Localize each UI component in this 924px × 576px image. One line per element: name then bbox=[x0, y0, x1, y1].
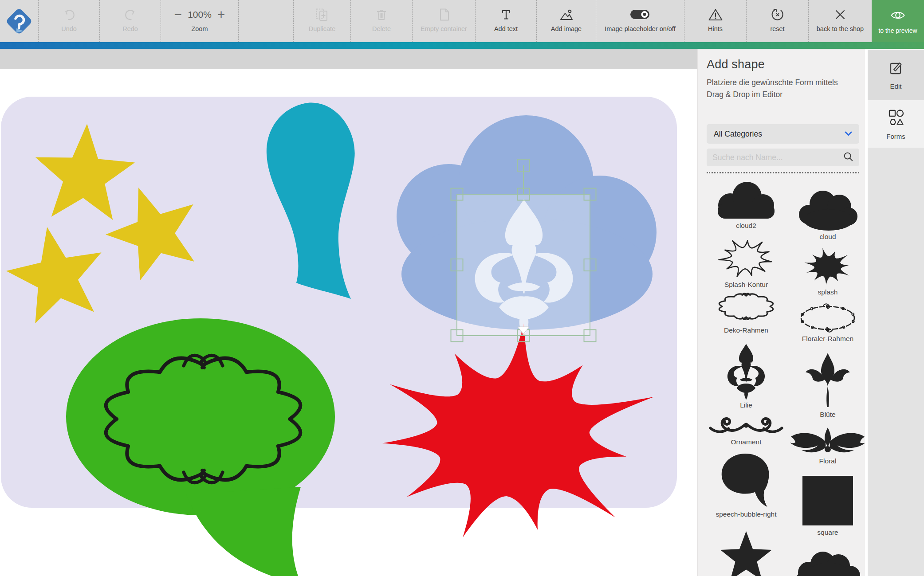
floral-shape-icon bbox=[788, 427, 865, 456]
panel-title: Add shape bbox=[707, 58, 859, 71]
shape-item-lilie[interactable]: Lilie bbox=[707, 342, 786, 411]
splash-shape-icon bbox=[801, 251, 855, 287]
shape-item-label: Deko-Rahmen bbox=[724, 326, 768, 336]
category-dropdown-value: All Categories bbox=[714, 129, 845, 139]
toolbar-item-label: Image placeholder on/off bbox=[605, 25, 675, 32]
shape-item-label: splash bbox=[818, 288, 838, 298]
search-placeholder: Suche nach Name... bbox=[712, 153, 843, 162]
toolbar-item-label: Add text bbox=[494, 25, 518, 32]
toolbar-item-label: Zoom bbox=[191, 25, 208, 32]
toolbar-item-label: reset bbox=[770, 25, 784, 32]
tab-forms[interactable]: Forms bbox=[868, 100, 924, 148]
shape-search-input[interactable]: Suche nach Name... bbox=[707, 149, 859, 166]
shape-item-floraler-rahmen[interactable]: Floraler-Rahmen bbox=[788, 305, 865, 345]
canvas-top-margin bbox=[0, 49, 697, 69]
shape-item-cloud[interactable]: cloud bbox=[788, 178, 865, 243]
toolbar-item-hints[interactable]: Hints bbox=[684, 0, 746, 42]
floraler-rahmen-shape-icon bbox=[794, 305, 861, 333]
shape-item-label: square bbox=[817, 529, 838, 538]
chevron-down-icon bbox=[845, 130, 852, 138]
panel-divider bbox=[707, 172, 859, 173]
bluete-shape-icon bbox=[804, 351, 851, 409]
shape-item-star[interactable]: star bbox=[707, 530, 786, 576]
toolbar-item-zoom[interactable]: −100%+Zoom bbox=[161, 0, 238, 42]
star-shape-icon bbox=[719, 530, 774, 576]
toolbar-item-reset[interactable]: reset bbox=[746, 0, 808, 42]
toolbar-item-duplicate[interactable]: Duplicate bbox=[293, 0, 350, 42]
think-bubble-shape-icon bbox=[792, 548, 864, 576]
right-sidebar: Edit Forms bbox=[868, 49, 924, 576]
add-image-icon bbox=[558, 6, 574, 24]
add-text-icon bbox=[499, 6, 513, 24]
shape-item-splash[interactable]: splash bbox=[788, 251, 865, 298]
toolbar-item-label: Empty container bbox=[421, 25, 467, 32]
category-dropdown[interactable]: All Categories bbox=[707, 124, 859, 144]
shape-item-label: Blüte bbox=[820, 411, 835, 420]
panel-subtitle-line1: Platziere die gewünschte Form mittels bbox=[707, 77, 859, 89]
panel-subtitle-line2: Drag & Drop im Editor bbox=[707, 89, 859, 101]
sidebar-filler bbox=[868, 148, 924, 576]
delete-icon bbox=[374, 6, 389, 24]
shape-item-speech-bubble-right[interactable]: speech-bubble-right bbox=[707, 457, 786, 520]
toolbar-item-label: Undo bbox=[61, 25, 77, 32]
tab-edit[interactable]: Edit bbox=[868, 50, 924, 100]
redo-icon bbox=[123, 6, 138, 24]
toolbar-item-add-text[interactable]: Add text bbox=[475, 0, 536, 42]
editor-canvas[interactable] bbox=[0, 49, 697, 576]
shape-item-label: Floraler-Rahmen bbox=[802, 335, 853, 345]
shape-grid: cloud2Splash-KonturDeko-RahmenLilieOrnam… bbox=[707, 178, 859, 576]
reset-icon bbox=[771, 6, 785, 24]
shape-item-bluete[interactable]: Blüte bbox=[788, 351, 865, 420]
shape-item-deko-rahmen[interactable]: Deko-Rahmen bbox=[707, 298, 786, 336]
speech-bubble-right-shape-icon bbox=[719, 457, 773, 509]
splash-kontur-shape-icon bbox=[716, 244, 776, 279]
panel-subtitle: Platziere die gewünschte Form mittels Dr… bbox=[707, 77, 859, 101]
shape-item-label: Ornament bbox=[731, 438, 762, 448]
shape-item-ornament[interactable]: Ornament bbox=[707, 418, 786, 448]
shape-item-square[interactable]: square bbox=[788, 476, 865, 538]
toolbar-item-empty-container[interactable]: Empty container bbox=[412, 0, 475, 42]
deko-rahmen-shape-icon bbox=[712, 298, 780, 325]
shape-item-think-bubble[interactable]: think-bubble bbox=[788, 548, 865, 576]
ornament-shape-icon bbox=[707, 418, 786, 437]
toolbar-item-undo[interactable]: Undo bbox=[38, 0, 99, 42]
toolbar-item-label: Redo bbox=[122, 25, 138, 32]
toolbar-item-add-image[interactable]: Add image bbox=[536, 0, 596, 42]
toolbar-item-image-placeholder[interactable]: Image placeholder on/off bbox=[596, 0, 684, 42]
shape-item-label: Lilie bbox=[740, 401, 752, 411]
preview-button-label: to the preview bbox=[878, 27, 917, 34]
square-shape-icon bbox=[801, 476, 855, 527]
tab-forms-label: Forms bbox=[886, 133, 905, 140]
lilie-shape-icon bbox=[721, 342, 771, 400]
toolbar: UndoRedo−100%+ZoomDuplicateDeleteEmpty c… bbox=[0, 0, 924, 42]
zoom-out-button[interactable]: − bbox=[174, 8, 182, 21]
hints-icon bbox=[708, 6, 723, 24]
toolbar-item-label: Hints bbox=[708, 25, 723, 32]
edit-icon bbox=[888, 60, 904, 78]
toolbar-item-redo[interactable]: Redo bbox=[99, 0, 161, 42]
shape-item-label: cloud2 bbox=[736, 222, 756, 231]
shape-item-label: speech-bubble-right bbox=[716, 510, 776, 520]
shape-item-cloud2[interactable]: cloud2 bbox=[707, 178, 786, 231]
duplicate-icon bbox=[315, 6, 330, 24]
shape-item-floral[interactable]: Floral bbox=[788, 427, 865, 467]
toolbar-item-label: Duplicate bbox=[309, 25, 335, 32]
eye-icon bbox=[890, 6, 906, 24]
zoom-level-value: 100% bbox=[188, 9, 212, 20]
toolbar-item-back-to-shop[interactable]: back to the shop bbox=[808, 0, 872, 42]
cloud2-shape-icon bbox=[712, 178, 780, 220]
zoom-in-button[interactable]: + bbox=[217, 8, 225, 21]
undo-icon bbox=[62, 6, 77, 24]
empty-container-icon bbox=[437, 6, 451, 24]
app-logo[interactable] bbox=[0, 0, 38, 42]
image-placeholder-icon bbox=[629, 6, 651, 24]
back-to-shop-icon bbox=[834, 6, 847, 24]
cloud-shape-icon bbox=[796, 178, 859, 231]
toolbar-item-delete[interactable]: Delete bbox=[350, 0, 412, 42]
add-shape-panel: Add shape Platziere die gewünschte Form … bbox=[697, 49, 865, 576]
to-the-preview-button[interactable]: to the preview bbox=[872, 0, 924, 42]
toolbar-item-spacer bbox=[238, 0, 293, 42]
shape-item-splash-kontur[interactable]: Splash-Kontur bbox=[707, 244, 786, 290]
shape-item-label: Floral bbox=[819, 457, 837, 467]
toolbar-item-label: back to the shop bbox=[817, 25, 864, 32]
